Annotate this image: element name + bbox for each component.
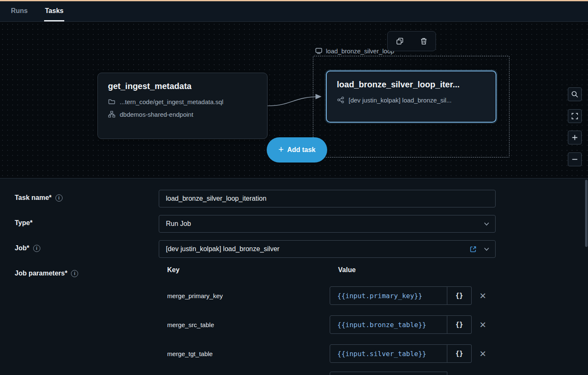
type-selected-value: Run Job: [166, 220, 191, 228]
task-config-panel: Task name* i Type* Run Job Job* i [dev j…: [0, 179, 588, 375]
tab-tasks[interactable]: Tasks: [44, 1, 64, 21]
chevron-down-icon: [484, 222, 489, 226]
task-name-label: Task name*: [15, 194, 52, 202]
remove-parameter-button[interactable]: ×: [480, 319, 486, 330]
info-icon[interactable]: i: [55, 194, 63, 202]
parameter-row-partial: [0, 372, 588, 375]
insert-parameter-braces-button[interactable]: {}: [447, 344, 472, 363]
job-label-group: Job* i: [15, 244, 40, 252]
parameter-value-input[interactable]: {{input.bronze_table}}: [330, 315, 447, 334]
job-parameters-label-group: Job parameters* i: [15, 270, 78, 277]
remove-parameter-button[interactable]: ×: [480, 290, 486, 301]
add-task-button[interactable]: + Add task: [267, 137, 327, 163]
external-link-icon[interactable]: [469, 245, 477, 253]
task-name-input[interactable]: [159, 190, 496, 207]
info-icon[interactable]: i: [33, 245, 40, 252]
task-node-title: get_ingest_metadata: [108, 81, 257, 91]
job-icon: [337, 96, 344, 104]
add-task-label: Add task: [287, 146, 316, 154]
parameter-value-text: {{input.silver_table}}: [337, 350, 426, 358]
parameter-key: merge_src_table: [167, 321, 214, 328]
task-node-source-path: ...tern_code/get_ingest_metadata.sql: [120, 98, 223, 105]
parameter-value-input-partial[interactable]: [330, 372, 447, 375]
job-parameters-label: Job parameters*: [15, 270, 67, 277]
plus-icon: +: [278, 145, 284, 154]
remove-parameter-button[interactable]: ×: [480, 348, 486, 359]
folder-icon: [108, 98, 116, 105]
sql-warehouse-icon: [108, 110, 116, 118]
type-select[interactable]: Run Job: [159, 215, 496, 233]
delete-task-button[interactable]: [412, 31, 436, 51]
tab-bar: Runs Tasks: [0, 0, 588, 22]
job-selected-value: [dev justin_kolpak] load_bronze_silver: [166, 245, 279, 253]
task-dag-canvas[interactable]: load_bronze_silver_loop get_ingest_metad…: [0, 22, 588, 178]
loop-task-group-name: load_bronze_silver_loop: [326, 47, 394, 55]
fit-screen-icon: [571, 113, 578, 120]
parameter-key: merge_primary_key: [167, 292, 223, 299]
info-icon[interactable]: i: [71, 270, 78, 277]
task-group-icon: [315, 47, 323, 55]
panel-scrollbar-thumb[interactable]: [585, 180, 588, 247]
zoom-out-button[interactable]: [568, 152, 582, 166]
type-label: Type*: [15, 219, 32, 227]
fit-to-screen-button[interactable]: [568, 109, 582, 123]
job-select[interactable]: [dev justin_kolpak] load_bronze_silver: [159, 240, 496, 258]
task-node-get-ingest-metadata[interactable]: get_ingest_metadata ...tern_code/get_ing…: [97, 73, 268, 139]
insert-parameter-braces-button[interactable]: {}: [447, 286, 472, 305]
parameter-value-text: {{input.primary_key}}: [337, 292, 422, 300]
task-node-load-bronze-silver-loop-iteration[interactable]: load_bronze_silver_loop_iter... [dev jus…: [326, 71, 496, 123]
parameter-value-input[interactable]: {{input.silver_table}}: [330, 344, 447, 363]
clone-icon: [396, 37, 404, 45]
tab-runs[interactable]: Runs: [10, 1, 29, 21]
clone-task-button[interactable]: [388, 31, 412, 51]
value-column-header: Value: [338, 266, 356, 274]
minus-icon: [572, 156, 578, 163]
parameter-value-input[interactable]: {{input.primary_key}}: [330, 286, 447, 305]
trash-icon: [420, 37, 428, 45]
canvas-search-button[interactable]: [568, 87, 582, 101]
key-column-header: Key: [167, 266, 179, 274]
task-node-job-reference: [dev justin_kolpak] load_bronze_sil...: [349, 97, 452, 104]
insert-parameter-braces-button[interactable]: {}: [447, 315, 472, 334]
zoom-in-button[interactable]: [568, 131, 582, 144]
type-label-group: Type*: [15, 219, 32, 227]
task-node-warehouse: dbdemos-shared-endpoint: [120, 111, 193, 118]
task-name-label-group: Task name* i: [15, 194, 63, 202]
parameter-row: merge_tgt_table {{input.silver_table}} {…: [0, 344, 588, 363]
job-label: Job*: [15, 244, 29, 252]
task-actions-toolbar: [387, 31, 436, 51]
job-tasks-page: Runs Tasks load_bronze_silver_loop get_i…: [0, 0, 588, 375]
loop-task-group-label[interactable]: load_bronze_silver_loop: [315, 47, 394, 55]
task-node-title: load_bronze_silver_loop_iter...: [337, 80, 486, 89]
plus-icon: [572, 134, 578, 141]
search-icon: [571, 91, 578, 98]
parameter-row: merge_src_table {{input.bronze_table}} {…: [0, 315, 588, 334]
parameter-row: merge_primary_key {{input.primary_key}} …: [0, 286, 588, 305]
parameter-key: merge_tgt_table: [167, 350, 213, 357]
parameter-value-text: {{input.bronze_table}}: [337, 321, 426, 329]
chevron-down-icon: [484, 247, 489, 251]
